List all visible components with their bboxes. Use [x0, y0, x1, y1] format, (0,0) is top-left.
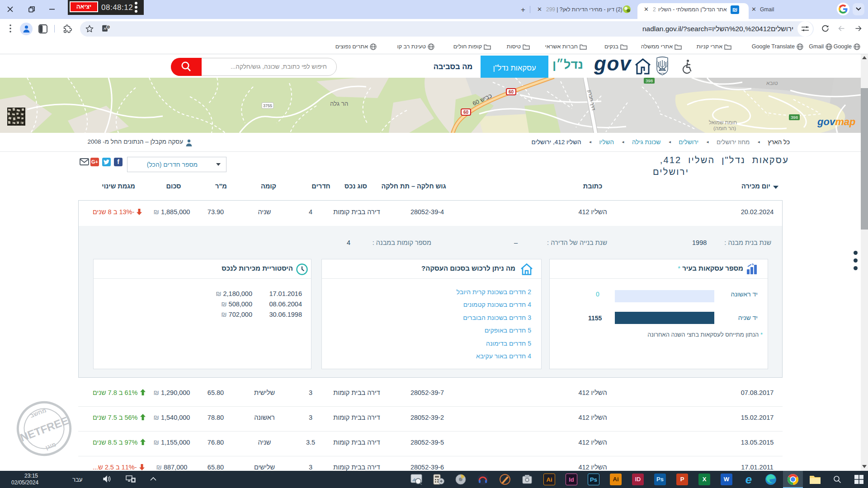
- svg-text:NETFREE: NETFREE: [19, 414, 70, 444]
- svg-text:הר גלה: הר גלה: [330, 100, 348, 107]
- svg-text:60: 60: [509, 89, 514, 94]
- svg-text:ישראל: ישראל: [659, 72, 666, 75]
- svg-text:חומת שמואל: חומת שמואל: [709, 120, 737, 125]
- svg-text:govmap: govmap: [817, 116, 855, 127]
- svg-text:G: G: [107, 25, 109, 28]
- svg-text:398: 398: [646, 78, 653, 83]
- svg-text:א: א: [104, 26, 106, 31]
- svg-text:טובא: טובא: [766, 80, 778, 86]
- svg-text:מחשב: מחשב: [29, 407, 47, 419]
- svg-text:מוגן: מוגן: [45, 441, 57, 451]
- svg-text:(הר חומה): (הר חומה): [713, 126, 736, 131]
- svg-text:398: 398: [791, 115, 798, 120]
- svg-text:3755: 3755: [263, 103, 272, 108]
- svg-text:60: 60: [463, 110, 469, 115]
